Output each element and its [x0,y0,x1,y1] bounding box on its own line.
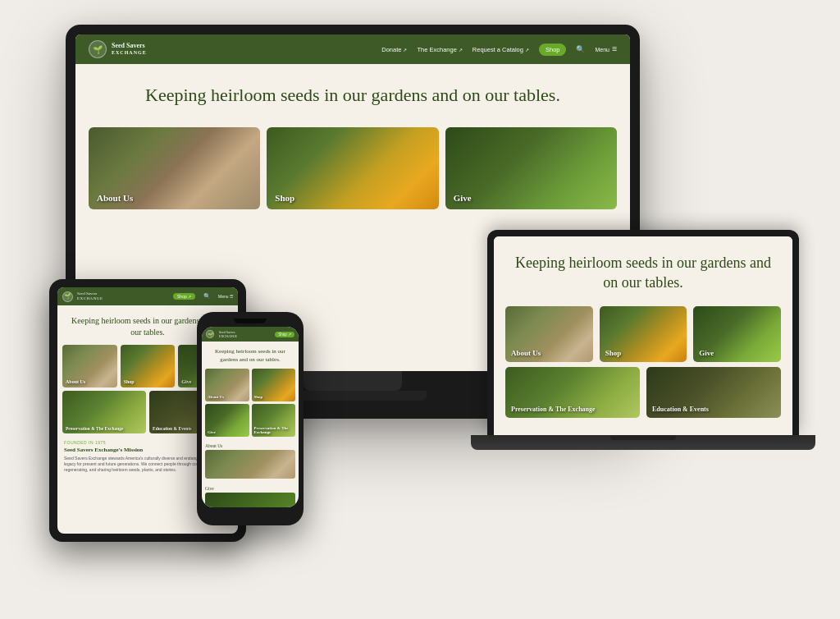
phone-about-card[interactable] [205,450,295,479]
phone-shop-button[interactable]: Shop ↗ [275,332,294,337]
laptop-edu-label: Education & Events [652,406,709,413]
phone-shop-label: Shop [254,395,263,399]
menu-button[interactable]: Menu ☰ [595,46,617,53]
tablet-about-label: About Us [66,379,85,384]
phone-card-give[interactable]: Give [205,404,249,437]
logo-icon: 🌱 [89,40,107,58]
shop-button[interactable]: Shop [539,44,567,56]
desktop-nav-links: Donate ↗ The Exchange ↗ Request a Catalo… [381,44,617,56]
tablet-edu-label: Education & Events [153,426,191,431]
laptop-cards-row1: About Us Shop Give [494,306,792,362]
laptop-base [471,435,815,450]
card-shop-label: Shop [275,193,294,203]
laptop-pte-label: Preservation & The Exchange [511,406,596,413]
desktop-card-shop[interactable]: Shop [267,127,438,209]
desktop-logo: 🌱 Seed Savers EXCHANGE [89,40,147,58]
tablet-shop-button[interactable]: Shop ↗ [173,293,195,300]
laptop-screen-container: Keeping heirloom seeds in our gardens an… [487,230,799,435]
laptop-card-about[interactable]: About Us [505,306,593,362]
logo-sub: EXCHANGE [112,50,147,56]
phone-hero: Keeping heirloom seeds in our gardens an… [202,342,299,369]
tablet-menu-button[interactable]: Menu ☰ [218,294,233,299]
desktop-card-about[interactable]: About Us [89,127,260,209]
phone-about-nav-label: About Us [205,443,295,448]
tablet-card-about[interactable]: About Us [62,345,117,387]
tablet-give-label: Give [181,379,191,384]
phone: 🌱 Seed SaversEXCHANGE Shop ↗ Keeping hei… [197,312,304,525]
phone-give-nav-label: Give [205,486,295,491]
phone-headline: Keeping heirloom seeds in our gardens an… [207,348,294,365]
phone-give-label: Give [208,430,216,434]
phone-give-card-full[interactable]: Give [205,493,295,507]
laptop-card-pte[interactable]: Preservation & The Exchange [505,367,640,418]
monitor-stand [304,371,402,391]
tablet-nav: 🌱 Seed Savers EXCHANGE Shop ↗ 🔍 Menu ☰ [57,287,238,305]
phone-screen: 🌱 Seed SaversEXCHANGE Shop ↗ Keeping hei… [202,327,299,507]
laptop-card-edu[interactable]: Education & Events [646,367,781,418]
tablet-logo-icon: 🌱 [62,291,73,302]
laptop-headline: Keeping heirloom seeds in our gardens an… [510,253,776,293]
scene: 🌱 Seed Savers EXCHANGE Donate ↗ The Exch… [0,0,840,619]
phone-pte-label: Preservation & The Exchange [254,426,296,434]
phone-card-shop[interactable]: Shop [252,369,296,401]
logo-main: Seed Savers [112,43,147,50]
tablet-card-pte[interactable]: Preservation & The Exchange [62,391,146,433]
phone-card-pte[interactable]: Preservation & The Exchange [252,404,296,437]
tablet-shop-label: Shop [124,379,135,384]
search-icon[interactable]: 🔍 [576,45,585,53]
phone-about-section: About Us [202,439,299,484]
phone-cards: About Us Shop Give Preservation & The Ex… [202,369,299,437]
tablet-card-shop[interactable]: Shop [121,345,176,387]
laptop-about-label: About Us [511,349,541,357]
laptop-card-shop[interactable]: Shop [600,306,687,362]
laptop-cards-row2: Preservation & The Exchange Education & … [494,362,792,418]
tablet-logo: 🌱 Seed Savers EXCHANGE [62,291,103,302]
desktop-nav: 🌱 Seed Savers EXCHANGE Donate ↗ The Exch… [75,34,630,64]
tablet-pte-label: Preservation & The Exchange [66,426,124,431]
tablet-search-icon[interactable]: 🔍 [203,293,211,300]
laptop-shop-label: Shop [605,349,622,357]
phone-card-about[interactable]: About Us [205,369,249,401]
laptop: Keeping heirloom seeds in our gardens an… [471,230,815,509]
exchange-link[interactable]: The Exchange ↗ [417,46,462,53]
phone-logo-text: Seed SaversEXCHANGE [219,330,237,338]
donate-link[interactable]: Donate ↗ [381,46,407,53]
desktop-cards: About Us Shop Give [75,127,630,209]
laptop-screen: Keeping heirloom seeds in our gardens an… [494,236,792,435]
catalog-link[interactable]: Request a Catalog ↗ [472,46,529,53]
desktop-card-give[interactable]: Give [445,127,617,209]
desktop-hero: Keeping heirloom seeds in our gardens an… [75,64,630,124]
laptop-give-label: Give [699,349,714,357]
laptop-hinge [610,435,676,440]
card-about-label: About Us [97,193,133,203]
desktop-headline: Keeping heirloom seeds in our gardens an… [92,84,614,108]
phone-nav: 🌱 Seed SaversEXCHANGE Shop ↗ [202,327,299,342]
phone-give-section: Give Give [202,484,299,507]
laptop-card-give[interactable]: Give [693,306,781,362]
laptop-hero: Keeping heirloom seeds in our gardens an… [494,236,792,306]
phone-about-label: About Us [208,395,224,399]
phone-notch [234,319,267,323]
card-give-label: Give [454,193,472,203]
phone-logo-icon: 🌱 [206,330,214,338]
